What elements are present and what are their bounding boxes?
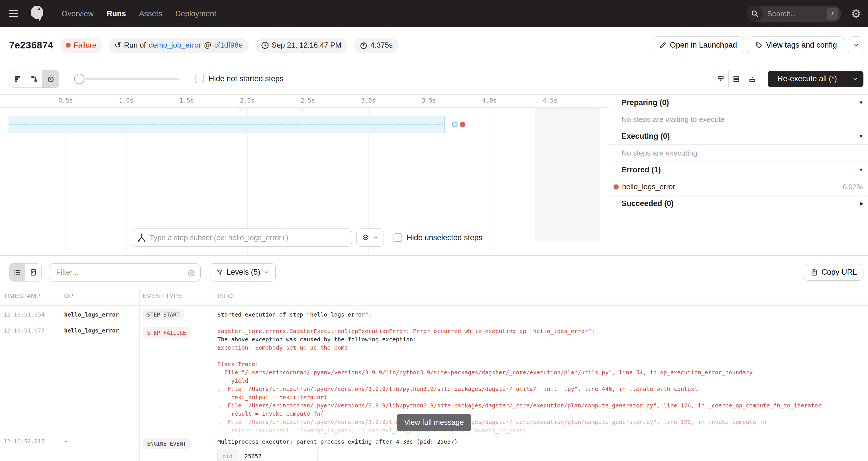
log-structured-view-button[interactable] <box>25 264 41 281</box>
axis-tick: 1.0s <box>119 97 133 104</box>
expand-bottom-button[interactable] <box>713 71 728 87</box>
gantt-pane: 0.5s1.0s1.5s2.0s2.5s3.0s3.5s4.0s4.5s5 <box>0 95 609 255</box>
menu-icon[interactable] <box>9 8 21 19</box>
expand-top-icon <box>749 75 756 83</box>
pencil-icon <box>659 41 666 49</box>
gear-icon[interactable]: ⚙ <box>851 8 861 19</box>
layers-icon <box>362 234 369 241</box>
axis-tick: 3.0s <box>361 97 376 104</box>
clock-icon <box>261 41 269 49</box>
gantt-zoom-slider[interactable] <box>74 74 180 84</box>
panel-section-executing[interactable]: Executing (0) ▼ <box>609 128 868 145</box>
tag-icon <box>755 41 763 49</box>
log-filter-input[interactable] <box>49 263 200 281</box>
gantt-dashed-line <box>9 124 443 125</box>
apply-subset-button[interactable] <box>356 228 384 247</box>
errored-step-row[interactable]: hello_logs_error 0.023s <box>609 178 868 195</box>
flat-view-button[interactable] <box>9 70 26 88</box>
timed-view-button[interactable] <box>42 70 59 88</box>
structured-view-icon <box>30 269 37 276</box>
expand-caret-icon[interactable]: ▶ <box>860 201 863 207</box>
panel-empty-preparing: No steps are waiting to execute <box>609 111 868 128</box>
error-message: dagster._core.errors.DagsterExecutionSte… <box>215 324 868 434</box>
event-metadata-table: pid 25657 <box>217 449 318 461</box>
gantt-run-bar[interactable] <box>8 116 445 133</box>
reexecute-all-button[interactable]: Re-execute all (*) <box>768 71 863 87</box>
event-type-badge: ENGINE_EVENT <box>143 438 191 449</box>
op-selector-icon <box>137 233 147 243</box>
axis-tick: 2.0s <box>240 97 254 104</box>
hide-not-started-checkbox[interactable] <box>195 75 204 83</box>
nav-deployment[interactable]: Deployment <box>175 9 216 18</box>
stopwatch-view-icon <box>47 75 55 83</box>
gantt-chart[interactable]: Hide unselected steps <box>0 108 609 255</box>
search-placeholder: Search... <box>767 9 827 18</box>
start-time-tag: Sep 21, 12:16:47 PM <box>255 38 347 53</box>
clear-filter-icon[interactable]: ⊗ <box>187 267 196 279</box>
event-type-badge: STEP_START <box>143 309 184 320</box>
reexecute-dropdown-button[interactable] <box>847 71 863 87</box>
step-duration: 0.023s <box>843 183 863 191</box>
gantt-toolbar: Hide not started steps Re-execute all (*… <box>0 63 868 95</box>
pane-layout-group <box>713 71 760 87</box>
view-full-message-button[interactable]: View full message <box>397 414 471 431</box>
run-of-tag: ↺ Run of demo_job_error @ cf1df98e <box>109 38 248 53</box>
panel-section-succeeded[interactable]: Succeeded (0) ▶ <box>609 195 868 212</box>
chevron-down-icon <box>264 270 269 275</box>
nav-runs[interactable]: Runs <box>107 9 126 18</box>
copy-url-button[interactable]: Copy URL <box>804 264 863 281</box>
expand-top-button[interactable] <box>744 71 760 87</box>
nav-overview[interactable]: Overview <box>62 9 94 18</box>
status-badge: Failure <box>60 38 102 53</box>
hide-unselected-checkbox[interactable] <box>394 233 402 242</box>
duration-tag: 4.375s <box>354 38 398 53</box>
clipboard-icon <box>810 269 818 276</box>
step-pending-marker[interactable] <box>452 122 458 127</box>
log-toolbar: ⊗ Levels (5) Copy URL <box>0 255 868 289</box>
gantt-section: 0.5s1.0s1.5s2.0s2.5s3.0s3.5s4.0s4.5s5 <box>0 95 868 255</box>
slider-knob[interactable] <box>74 74 84 84</box>
failure-dot-icon <box>66 43 71 48</box>
hide-unselected-label: Hide unselected steps <box>407 233 483 242</box>
nav-assets[interactable]: Assets <box>139 9 162 18</box>
panel-section-preparing[interactable]: Preparing (0) ▼ <box>609 95 868 111</box>
chevron-up-icon <box>373 235 378 241</box>
partial-log-row <box>0 303 868 306</box>
log-view-mode-group <box>9 263 41 281</box>
axis-notch <box>298 108 306 113</box>
top-nav: Overview Runs Assets Deployment Search..… <box>0 0 868 27</box>
split-panes-button[interactable] <box>728 71 744 87</box>
log-row-engine-event[interactable]: 12:16:52.215 - ENGINE_EVENT Multiprocess… <box>0 434 868 461</box>
stopwatch-icon <box>360 41 368 49</box>
expand-bottom-icon <box>717 75 724 83</box>
search-shortcut-key: / <box>827 8 838 20</box>
step-subset-controls: Hide unselected steps <box>132 228 483 247</box>
job-name-link[interactable]: demo_job_error <box>149 41 201 50</box>
step-subset-input[interactable] <box>132 228 352 247</box>
snapshot-link[interactable]: cf1df98e <box>214 41 243 50</box>
panel-section-errored[interactable]: Errored (1) ▼ <box>609 162 868 178</box>
open-launchpad-button[interactable]: Open in Launchpad <box>652 36 744 54</box>
collapse-caret-icon[interactable]: ▼ <box>859 100 863 106</box>
log-row-step-start[interactable]: 12:16:51.654 hello_logs_error STEP_START… <box>0 306 868 324</box>
levels-dropdown-button[interactable]: Levels (5) <box>210 263 276 281</box>
collapse-caret-icon[interactable]: ▼ <box>859 134 863 139</box>
view-tags-config-button[interactable]: View tags and config <box>748 36 844 54</box>
filter-funnel-icon <box>216 269 223 276</box>
collapse-caret-icon[interactable]: ▼ <box>859 167 863 173</box>
primary-nav: Overview Runs Assets Deployment <box>62 9 216 18</box>
log-list-view-button[interactable] <box>9 264 25 281</box>
waterfall-view-button[interactable] <box>26 70 42 88</box>
step-failed-marker[interactable] <box>460 122 465 127</box>
dagster-logo[interactable] <box>29 5 47 23</box>
search-input[interactable]: Search... / <box>747 6 841 22</box>
list-view-icon <box>14 269 21 276</box>
gantt-shaded-region <box>535 108 600 241</box>
gantt-view-mode-group <box>9 70 59 88</box>
event-type-badge: STEP_FAILURE <box>143 327 191 338</box>
run-id: 7e236874 <box>9 40 53 51</box>
panel-empty-executing: No steps are executing <box>609 145 868 162</box>
run-actions-dropdown-button[interactable] <box>848 36 863 54</box>
search-icon <box>747 6 763 22</box>
slider-track <box>74 78 180 80</box>
